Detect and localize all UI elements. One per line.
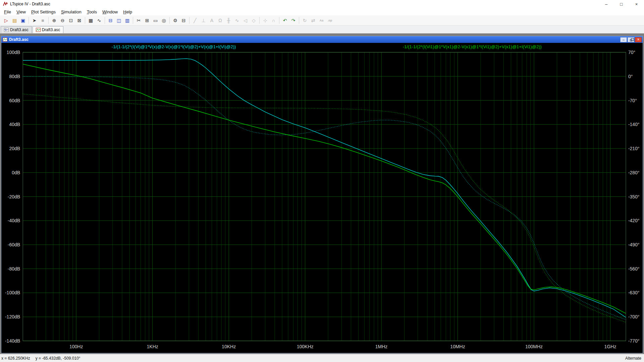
- left-axis-tick-label: -140dB: [5, 338, 20, 344]
- right-axis-tick-label: -420°: [628, 218, 640, 223]
- trace-expr1-phase[interactable]: [23, 76, 626, 319]
- label-icon: A: [208, 16, 216, 24]
- find-icon[interactable]: ◎: [160, 16, 168, 24]
- move-icon: ⊹: [261, 16, 269, 24]
- x-axis-tick-label: 100MHz: [525, 344, 543, 349]
- right-axis-tick-label: -700°: [628, 314, 640, 319]
- zoom-out-icon[interactable]: ⊖: [59, 16, 66, 24]
- child-restore-button[interactable]: [628, 37, 634, 42]
- left-axis-tick-label: 80dB: [9, 74, 20, 79]
- copy-icon[interactable]: ⊞: [143, 16, 151, 24]
- tab-draft3-schematic[interactable]: Draft3.asc: [1, 26, 32, 33]
- tab-draft3-plot[interactable]: Draft3.asc: [33, 26, 64, 33]
- right-axis-tick-label: -280°: [628, 170, 640, 175]
- inductor-icon: ∿: [233, 16, 241, 24]
- toolbar-separator: [85, 17, 85, 24]
- x-axis-tick-label: 100Hz: [69, 344, 83, 349]
- menu-bar: FileViewPlot SettingsSimulationToolsWind…: [0, 8, 644, 15]
- zoom-full-icon[interactable]: ⊠: [75, 16, 83, 24]
- toolbar-separator: [133, 17, 133, 24]
- menu-plot-settings[interactable]: Plot Settings: [29, 9, 58, 15]
- x-axis-tick-label: 1MHz: [375, 344, 388, 349]
- save-icon[interactable]: ▣: [19, 16, 27, 24]
- menu-simulation[interactable]: Simulation: [58, 9, 84, 15]
- open-icon[interactable]: ▤: [11, 16, 18, 24]
- toolbar-separator: [169, 17, 170, 24]
- right-axis-tick-label: 70°: [628, 50, 635, 55]
- maximize-button[interactable]: □: [614, 0, 629, 8]
- trace-expr1-magnitude[interactable]: [23, 59, 626, 317]
- waveform-icon: [3, 38, 7, 42]
- title-bar: LTspice IV - Draft3.asc – □ ×: [0, 0, 644, 8]
- right-axis-tick-label: 0°: [628, 74, 633, 79]
- left-axis-tick-label: -80dB: [8, 266, 20, 272]
- redo-icon[interactable]: ↷: [289, 16, 297, 24]
- ground-icon: ⊥: [200, 16, 207, 24]
- print-setup-icon[interactable]: ⚙: [171, 16, 179, 24]
- menu-help[interactable]: Help: [120, 9, 135, 15]
- menu-tools[interactable]: Tools: [84, 9, 100, 15]
- schematic-icon: [4, 28, 9, 32]
- cascade-icon[interactable]: ▥: [123, 16, 131, 24]
- mirror-icon: ⇄: [309, 16, 317, 24]
- new-schematic-icon[interactable]: ▷: [2, 16, 10, 24]
- right-axis-tick-label: -70°: [628, 98, 637, 103]
- menu-window[interactable]: Window: [100, 9, 120, 15]
- trace-expr2-phase[interactable]: [23, 94, 626, 322]
- diode-icon: ◁: [241, 16, 249, 24]
- ltspice-logo-icon: [3, 1, 8, 7]
- trace-expr2-magnitude[interactable]: [23, 64, 626, 313]
- grid-icon[interactable]: ▦: [87, 16, 95, 24]
- left-axis-tick-label: -120dB: [5, 314, 20, 319]
- halt-icon: ■: [39, 16, 47, 24]
- trace-expression-1[interactable]: -1/(1-1/(2*(I(Vi)@1*V(x)@2-V(x)@1*I(Vi)@…: [112, 44, 236, 49]
- resistor-icon: Ω: [216, 16, 224, 24]
- print-icon[interactable]: ⊟: [180, 16, 187, 24]
- tab-label: Draft3.asc: [10, 27, 29, 32]
- close-button[interactable]: ×: [629, 0, 644, 8]
- child-minimize-button[interactable]: –: [620, 37, 627, 42]
- x-axis-tick-label: 100KHz: [297, 344, 314, 349]
- zoom-in-icon[interactable]: ⊕: [50, 16, 58, 24]
- plot-window-title: Draft3.asc: [9, 37, 620, 42]
- toolbar: ▷▤▣➤■⊕⊖⊡⊠▦∿⊟◫▥✂⊞▭◎⚙⊟╱⊥AΩ╫∿◁◇⊹∩↶↷↻⇄Aa.op: [0, 15, 644, 25]
- undo-icon[interactable]: ↶: [281, 16, 289, 24]
- cursor-y-readout: y = -65.432dB, -509.010°: [36, 356, 80, 361]
- left-axis-tick-label: -100dB: [5, 290, 20, 295]
- trace-expression-2[interactable]: -1/(1-1/(2*(I(Vi1)@1*V(x1)@2-V(x1)@1*I(V…: [403, 44, 542, 49]
- left-axis-tick-label: 20dB: [9, 146, 20, 151]
- wire-icon: ╱: [191, 16, 199, 24]
- toolbar-separator: [279, 17, 279, 24]
- waveform-icon: [36, 28, 41, 32]
- capacitor-icon: ╫: [225, 16, 232, 24]
- toolbar-separator: [48, 17, 49, 24]
- minimize-button[interactable]: –: [599, 0, 614, 8]
- toolbar-separator: [299, 17, 299, 24]
- paste-icon[interactable]: ▭: [152, 16, 159, 24]
- toolbar-separator: [29, 17, 29, 24]
- mark-data-points-icon[interactable]: ∿: [95, 16, 103, 24]
- menu-file[interactable]: File: [1, 9, 14, 15]
- right-axis-tick-label: -210°: [628, 146, 640, 151]
- x-axis-tick-label: 1KHz: [147, 344, 158, 349]
- left-axis-tick-label: -60dB: [8, 242, 20, 247]
- tile-vertical-icon[interactable]: ◫: [115, 16, 123, 24]
- toolbar-separator: [259, 17, 260, 24]
- tab-label: Draft3.asc: [42, 27, 60, 32]
- drag-icon: ∩: [270, 16, 277, 24]
- x-axis-tick-label: 10KHz: [222, 344, 236, 349]
- plot-window-title-bar[interactable]: Draft3.asc – ×: [1, 36, 643, 43]
- menu-view[interactable]: View: [14, 9, 29, 15]
- plot-svg[interactable]: 100Hz1KHz10KHz100KHz1MHz10MHz100MHz1GHz1…: [1, 43, 643, 353]
- zoom-area-icon[interactable]: ⊡: [67, 16, 75, 24]
- spice-directive-icon: .op: [326, 16, 334, 24]
- x-axis-tick-label: 10MHz: [450, 344, 465, 349]
- restore-icon: [630, 39, 632, 41]
- cursor-x-readout: x = 626.250KHz: [1, 356, 30, 361]
- run-icon[interactable]: ➤: [31, 16, 38, 24]
- child-close-button[interactable]: ×: [635, 37, 642, 42]
- cut-icon[interactable]: ✂: [135, 16, 143, 24]
- toolbar-separator: [105, 17, 105, 24]
- tile-horizontal-icon[interactable]: ⊟: [107, 16, 114, 24]
- right-axis-tick-label: -560°: [628, 266, 640, 272]
